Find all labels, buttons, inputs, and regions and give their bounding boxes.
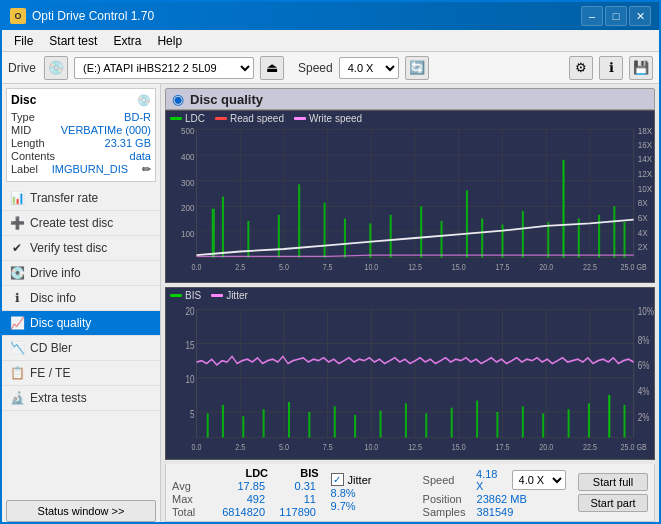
svg-rect-45 [247,221,249,258]
chart1-legend: LDC Read speed Write speed [170,113,362,124]
chart2-svg: 20 15 10 5 10% 8% 6% 4% 2% 0.0 2.5 5.0 7… [166,288,654,459]
sidebar-item-label-disc-info: Disc info [30,291,76,305]
toolbar: Drive 💿 (E:) ATAPI iHBS212 2 5L09 ⏏ Spee… [2,52,659,84]
sidebar-item-drive-info[interactable]: 💽 Drive info [2,261,160,286]
info-button[interactable]: ℹ [599,56,623,80]
eject-button[interactable]: ⏏ [260,56,284,80]
jitter-checkbox[interactable]: ✓ [331,473,344,486]
svg-rect-105 [288,402,290,438]
svg-rect-104 [263,409,265,438]
svg-rect-107 [334,406,336,437]
svg-text:4%: 4% [638,385,650,398]
disc-info-icon: ℹ [10,291,24,305]
avg-bis: 0.31 [271,480,316,492]
total-label: Total [172,506,204,518]
jitter-legend-color [211,294,223,297]
drive-icon-button[interactable]: 💿 [44,56,68,80]
jitter-avg-val: 8.8% [331,487,356,499]
svg-rect-117 [568,409,570,438]
svg-rect-51 [390,215,392,258]
svg-rect-46 [278,215,280,258]
settings-button[interactable]: ⚙ [569,56,593,80]
sidebar-item-verify-test-disc[interactable]: ✔ Verify test disc [2,236,160,261]
svg-rect-55 [481,218,483,257]
sidebar-item-fe-te[interactable]: 📋 FE / TE [2,361,160,386]
menu-bar: File Start test Extra Help [2,30,659,52]
svg-text:15.0: 15.0 [452,262,466,272]
jitter-legend-item: Jitter [211,290,248,301]
svg-rect-64 [166,288,654,459]
svg-text:18X: 18X [638,126,652,137]
type-val: BD-R [124,111,151,123]
app-icon: O [10,8,26,24]
drive-select[interactable]: (E:) ATAPI iHBS212 2 5L09 [74,57,254,79]
position-val: 23862 MB [477,493,527,505]
sidebar-item-label-transfer-rate: Transfer rate [30,191,98,205]
stats-jitter: ✓ Jitter 8.8% 9.7% [331,473,411,512]
stats-bar: LDC BIS Avg 17.85 0.31 Max 492 11 Total … [165,464,655,522]
speed-row: Speed 4.18 X 4.0 X [423,468,566,492]
svg-text:10.0: 10.0 [364,441,378,453]
svg-rect-111 [425,413,427,437]
save-button[interactable]: 💾 [629,56,653,80]
bis-legend-color [170,294,182,297]
ldc-col-header: LDC [214,467,268,479]
samples-val: 381549 [477,506,514,518]
label-edit-icon[interactable]: ✏ [142,163,151,176]
read-speed-legend-item: Read speed [215,113,284,124]
contents-key: Contents [11,150,55,162]
avg-ldc: 17.85 [210,480,265,492]
svg-text:4X: 4X [638,227,648,238]
sidebar-item-disc-quality[interactable]: 📈 Disc quality [2,311,160,336]
type-key: Type [11,111,35,123]
svg-rect-61 [598,215,600,258]
bis-legend-label: BIS [185,290,201,301]
svg-text:6X: 6X [638,212,648,223]
maximize-button[interactable]: □ [605,6,627,26]
speed-select[interactable]: 4.0 X [339,57,399,79]
svg-text:16X: 16X [638,139,652,150]
ldc-legend-color [170,117,182,120]
max-label: Max [172,493,204,505]
svg-text:2.5: 2.5 [235,262,245,272]
sidebar-item-transfer-rate[interactable]: 📊 Transfer rate [2,186,160,211]
sidebar: Disc 💿 Type BD-R MID VERBATIMe (000) Len… [2,84,161,524]
menu-extra[interactable]: Extra [105,32,149,50]
svg-text:100: 100 [181,228,195,239]
speed-dropdown[interactable]: 4.0 X [512,470,566,490]
minimize-button[interactable]: – [581,6,603,26]
svg-text:20: 20 [185,305,194,318]
svg-text:12.5: 12.5 [408,262,422,272]
jitter-header-row: ✓ Jitter [331,473,411,486]
bis-legend-item: BIS [170,290,201,301]
svg-rect-62 [613,206,615,257]
sidebar-item-create-test-disc[interactable]: ➕ Create test disc [2,211,160,236]
svg-text:10.0: 10.0 [364,262,378,272]
svg-text:2.5: 2.5 [235,441,245,453]
close-button[interactable]: ✕ [629,6,651,26]
svg-rect-115 [522,406,524,437]
position-row: Position 23862 MB [423,493,566,505]
svg-rect-63 [624,222,626,257]
menu-file[interactable]: File [6,32,41,50]
svg-text:8%: 8% [638,333,650,346]
svg-rect-43 [212,209,215,258]
svg-text:0.0: 0.0 [192,262,202,272]
bis-chart: BIS Jitter [165,287,655,460]
sidebar-item-disc-info[interactable]: ℹ Disc info [2,286,160,311]
start-part-button[interactable]: Start part [578,494,648,512]
sidebar-item-label-create: Create test disc [30,216,113,230]
status-window-button[interactable]: Status window >> [6,500,156,522]
svg-rect-44 [222,197,224,258]
sidebar-item-label-verify: Verify test disc [30,241,107,255]
svg-rect-50 [369,223,371,257]
sidebar-item-cd-bler[interactable]: 📉 CD Bler [2,336,160,361]
sidebar-item-extra-tests[interactable]: 🔬 Extra tests [2,386,160,411]
start-full-button[interactable]: Start full [578,473,648,491]
refresh-button[interactable]: 🔄 [405,56,429,80]
menu-start-test[interactable]: Start test [41,32,105,50]
svg-text:5.0: 5.0 [279,441,289,453]
svg-text:17.5: 17.5 [496,262,510,272]
speed-key-label: Speed [423,474,472,486]
menu-help[interactable]: Help [149,32,190,50]
